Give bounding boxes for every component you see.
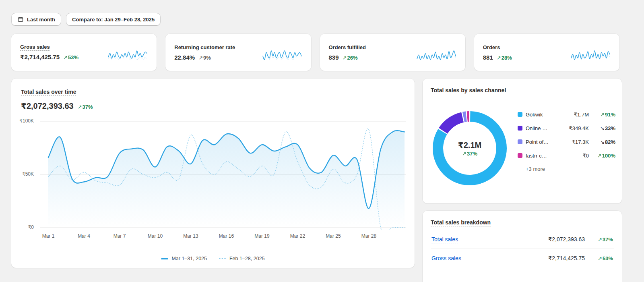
legend-label: Mar 1–31, 2025 — [171, 256, 207, 261]
y-axis-label: ₹100K — [14, 118, 34, 124]
analytics-dashboard: Last month Compare to: Jan 29–Feb 28, 20… — [0, 0, 644, 282]
kpi-content: Orders fulfilled 839 ↗26% — [329, 44, 366, 61]
channel-name: Point of… — [526, 139, 559, 145]
channel-swatch — [518, 112, 522, 117]
channel-card-title[interactable]: Total sales by sales channel — [431, 87, 506, 93]
x-axis-label: Mar 7 — [114, 233, 126, 239]
legend-item-current: Mar 1–31, 2025 — [161, 256, 207, 261]
solid-line-icon — [161, 258, 168, 259]
kpi-title[interactable]: Returning customer rate — [174, 44, 235, 50]
channel-swatch — [518, 126, 522, 131]
breakdown-delta: ↗53% — [592, 255, 613, 261]
kpi-title[interactable]: Orders — [483, 44, 500, 50]
kpi-value: 839 — [329, 54, 339, 61]
x-axis: Mar 1 Mar 4 Mar 7 Mar 10 Mar 13 Mar 16 M… — [37, 233, 406, 240]
channel-value: ₹0 — [563, 153, 589, 159]
show-more-channels[interactable]: +3 more — [526, 166, 545, 172]
x-axis-label: Mar 28 — [361, 233, 376, 239]
channel-delta: ↗100% — [592, 153, 615, 159]
toolbar: Last month Compare to: Jan 29–Feb 28, 20… — [11, 13, 161, 26]
kpi-title[interactable]: Orders fulfilled — [329, 44, 366, 50]
x-axis-label: Mar 25 — [326, 233, 341, 239]
kpi-content: Gross sales ₹2,714,425.75 ↗53% — [20, 44, 78, 61]
sparkline-chart — [416, 49, 456, 62]
breakdown-row: Total sales ₹2,072,393.63 ↗37% — [431, 230, 614, 249]
breakdown-card-title[interactable]: Total sales breakdown — [431, 219, 491, 226]
channel-row: Point of… ₹17.3K ↘82% — [518, 135, 615, 149]
donut-chart: ₹2.1M ↗37% — [432, 111, 507, 186]
up-arrow-icon: ↗ — [497, 55, 501, 61]
donut-center-value: ₹2.1M — [458, 140, 481, 150]
channel-delta: ↗91% — [592, 112, 615, 118]
kpi-card-orders[interactable]: Orders 881 ↗28% — [474, 34, 619, 71]
total-sales-over-time-card: Total sales over time ₹2,072,393.63 ↗37%… — [11, 79, 415, 268]
breakdown-delta: ↗37% — [592, 236, 613, 243]
compare-label: Compare to: Jan 29–Feb 28, 2025 — [72, 17, 155, 23]
kpi-value: 22.84% — [174, 54, 195, 61]
down-arrow-icon: ↘ — [600, 139, 605, 145]
channel-row: fastrr c… ₹0 ↗100% — [518, 149, 615, 162]
x-axis-label: Mar 10 — [148, 233, 163, 239]
chart-legend: Mar 1–31, 2025 Feb 1–28, 2025 — [11, 256, 415, 261]
breakdown-value: ₹2,714,425.75 — [548, 255, 585, 261]
x-axis-label: Mar 13 — [183, 233, 198, 239]
x-axis-label: Mar 22 — [290, 233, 305, 239]
kpi-card-returning-customer-rate[interactable]: Returning customer rate 22.84% ↗9% — [165, 34, 311, 71]
channel-row: Gokwik ₹1.7M ↗91% — [518, 108, 615, 121]
line-chart — [37, 120, 406, 230]
kpi-card-orders-fulfilled[interactable]: Orders fulfilled 839 ↗26% — [320, 34, 465, 71]
channel-row: Online … ₹349.4K ↘33% — [518, 121, 615, 135]
sales-breakdown-card: Total sales breakdown Total sales ₹2,072… — [423, 211, 622, 282]
sparkline-chart — [570, 49, 611, 62]
up-arrow-icon: ↗ — [198, 55, 203, 61]
up-arrow-icon: ↗ — [598, 236, 602, 243]
sparkline-chart — [107, 49, 148, 62]
channel-name: Online … — [526, 125, 559, 131]
legend-label: Feb 1–28, 2025 — [229, 256, 265, 261]
channel-delta: ↘33% — [592, 125, 615, 131]
breakdown-row: Gross sales ₹2,714,425.75 ↗53% — [431, 249, 614, 267]
sales-by-channel-card: Total sales by sales channel ₹2.1M ↗37% … — [423, 79, 622, 203]
legend-item-previous: Feb 1–28, 2025 — [219, 256, 265, 261]
calendar-icon — [17, 16, 24, 23]
kpi-card-gross-sales[interactable]: Gross sales ₹2,714,425.75 ↗53% — [11, 34, 157, 71]
breakdown-link-total-sales[interactable]: Total sales — [431, 236, 458, 243]
channel-swatch — [518, 139, 522, 144]
right-column: Total sales by sales channel ₹2.1M ↗37% … — [423, 79, 622, 282]
up-arrow-icon: ↗ — [462, 151, 466, 157]
kpi-delta: ↗28% — [497, 55, 512, 61]
x-axis-label: Mar 16 — [219, 233, 234, 239]
breakdown-rows: Total sales ₹2,072,393.63 ↗37% Gross sal… — [431, 230, 614, 267]
breakdown-link-gross-sales[interactable]: Gross sales — [431, 255, 461, 261]
channel-swatch — [518, 153, 522, 158]
breakdown-value: ₹2,072,393.63 — [548, 236, 585, 243]
kpi-content: Returning customer rate 22.84% ↗9% — [174, 44, 235, 61]
date-range-label: Last month — [27, 17, 55, 23]
donut-center: ₹2.1M ↗37% — [432, 111, 507, 186]
total-sales-delta: ↗37% — [78, 104, 93, 110]
chart-title[interactable]: Total sales over time — [21, 89, 76, 95]
kpi-value: 881 — [483, 54, 493, 61]
down-arrow-icon: ↘ — [600, 125, 605, 131]
main-row: Total sales over time ₹2,072,393.63 ↗37%… — [11, 79, 622, 282]
x-axis-label: Mar 4 — [78, 233, 90, 239]
compare-button[interactable]: Compare to: Jan 29–Feb 28, 2025 — [66, 13, 161, 26]
x-axis-label: Mar 1 — [42, 233, 55, 239]
total-sales-value: ₹2,072,393.63 — [21, 101, 74, 111]
kpi-content: Orders 881 ↗28% — [483, 44, 512, 61]
kpi-row: Gross sales ₹2,714,425.75 ↗53% Returning… — [11, 34, 619, 71]
kpi-value: ₹2,714,425.75 — [20, 54, 60, 61]
channel-value: ₹1.7M — [563, 112, 589, 118]
up-arrow-icon: ↗ — [598, 255, 602, 261]
date-range-button[interactable]: Last month — [11, 13, 61, 26]
y-axis-label: ₹0 — [14, 224, 34, 230]
up-arrow-icon: ↗ — [600, 112, 605, 118]
kpi-delta: ↗9% — [198, 55, 211, 61]
channel-delta: ↘82% — [592, 139, 615, 145]
kpi-title[interactable]: Gross sales — [20, 44, 50, 50]
kpi-delta: ↗53% — [63, 54, 78, 60]
channel-name: fastrr c… — [526, 153, 559, 159]
sparkline-chart — [262, 49, 302, 62]
x-axis-label: Mar 19 — [254, 233, 269, 239]
channel-legend: Gokwik ₹1.7M ↗91% Online … ₹349.4K ↘33% … — [518, 108, 615, 172]
